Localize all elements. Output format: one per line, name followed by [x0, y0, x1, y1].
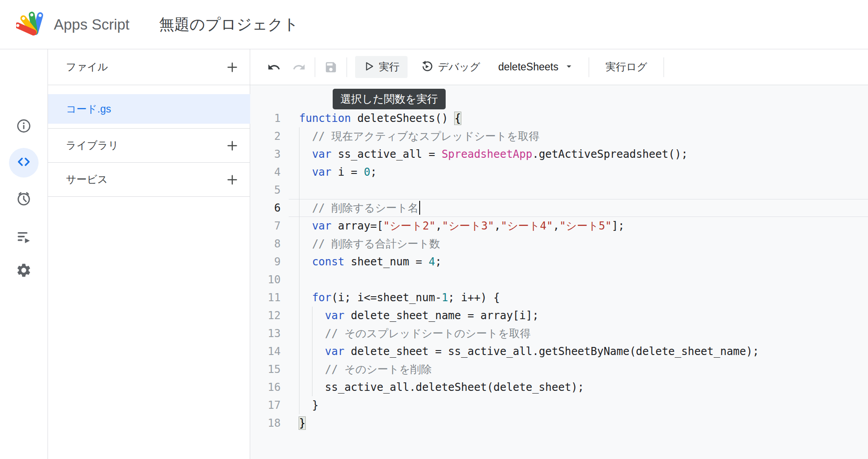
indent-guide	[299, 199, 299, 217]
clock-icon	[16, 191, 32, 208]
code-line[interactable]: 16 ss_active_all.deleteSheet(delete_shee…	[250, 378, 868, 396]
add-library-button[interactable]	[222, 136, 242, 156]
project-title[interactable]: 無題のプロジェクト	[159, 14, 299, 35]
code-line[interactable]: 5	[250, 181, 868, 199]
line-number: 11	[250, 289, 289, 307]
apps-script-logo-icon	[16, 8, 44, 41]
run-label: 実行	[379, 60, 399, 74]
nav-triggers[interactable]	[0, 185, 48, 214]
toolbar-divider	[664, 57, 664, 77]
toolbar-divider	[347, 57, 347, 77]
indent-guide	[312, 360, 312, 378]
indent-guide	[312, 325, 312, 342]
code-line[interactable]: 11 for(i; i<=sheet_num-1; i++) {	[250, 289, 868, 307]
line-number: 12	[250, 307, 289, 325]
run-button-tooltip: 選択した関数を実行	[333, 89, 446, 109]
indent-guide	[299, 307, 299, 325]
nav-overview[interactable]	[0, 112, 48, 142]
play-icon	[363, 61, 375, 74]
gear-icon	[16, 262, 32, 280]
code-line[interactable]: 13 // そのスプレッドシートのシートを取得	[250, 325, 868, 342]
line-number: 9	[250, 253, 289, 271]
line-number: 8	[250, 235, 289, 253]
function-selector-dropdown[interactable]: deleteSheets	[494, 57, 579, 78]
code-line[interactable]: 8 // 削除する合計シート数	[250, 235, 868, 253]
indent-guide	[299, 235, 299, 253]
line-number: 15	[250, 360, 289, 378]
code-line[interactable]: 10	[250, 271, 868, 289]
indent-guide	[299, 396, 299, 414]
redo-button[interactable]	[291, 59, 308, 76]
code-line[interactable]: 4 var i = 0;	[250, 163, 868, 181]
code-line[interactable]: 9 const sheet_num = 4;	[250, 253, 868, 271]
line-number: 5	[250, 181, 289, 199]
indent-guide	[299, 342, 299, 360]
code-line[interactable]: 17 }	[250, 396, 868, 414]
toolbar-divider	[315, 57, 315, 77]
file-name: コード.gs	[48, 102, 111, 116]
code-line[interactable]: 15 // そのシートを削除	[250, 360, 868, 378]
line-number: 13	[250, 325, 289, 342]
services-header-label: サービス	[48, 173, 222, 186]
indent-guide	[299, 325, 299, 342]
line-number: 16	[250, 378, 289, 396]
nav-settings[interactable]	[0, 256, 48, 286]
undo-button[interactable]	[265, 59, 282, 76]
code-icon	[16, 154, 32, 172]
navigation-rail	[0, 49, 48, 459]
add-service-button[interactable]	[222, 170, 242, 190]
indent-guide	[299, 163, 299, 181]
chevron-down-icon	[564, 61, 574, 74]
code-editor[interactable]: 1function deleteSheets() {2 // 現在アクティブなス…	[250, 85, 868, 459]
line-number: 7	[250, 217, 289, 235]
nav-editor[interactable]	[0, 148, 48, 178]
line-number: 2	[250, 127, 289, 145]
add-file-button[interactable]	[222, 57, 242, 77]
editor-toolbar: 実行 デバッグ deleteSheets 実行ログ	[250, 49, 868, 85]
indent-guide	[299, 217, 299, 235]
debug-button[interactable]: デバッグ	[417, 56, 485, 78]
nav-executions[interactable]	[0, 223, 48, 253]
line-number: 10	[250, 271, 289, 289]
code-line[interactable]: 12 var delete_sheet_name = array[i];	[250, 307, 868, 325]
line-number: 14	[250, 342, 289, 360]
code-line[interactable]: 18}	[250, 414, 868, 432]
code-line[interactable]: 7 var array=["シート2","シート3","シート4","シート5"…	[250, 217, 868, 235]
indent-guide	[299, 145, 299, 163]
save-button[interactable]	[322, 59, 339, 76]
line-number: 1	[250, 109, 289, 127]
line-number: 6	[250, 199, 289, 217]
execution-log-button[interactable]: 実行ログ	[599, 56, 653, 78]
executions-icon	[16, 229, 32, 247]
code-line[interactable]: 6 // 削除するシート名	[250, 199, 868, 217]
file-item-code-gs[interactable]: コード.gs	[48, 94, 250, 124]
info-icon	[16, 118, 31, 135]
app-name: Apps Script	[54, 16, 130, 33]
code-line[interactable]: 1function deleteSheets() {	[250, 109, 868, 127]
files-section-header: ファイル	[48, 49, 250, 85]
indent-guide	[299, 360, 299, 378]
line-number: 18	[250, 414, 289, 432]
line-number: 3	[250, 145, 289, 163]
line-number: 17	[250, 396, 289, 414]
indent-guide	[299, 271, 299, 289]
indent-guide	[299, 127, 299, 145]
debug-label: デバッグ	[438, 60, 480, 74]
line-number: 4	[250, 163, 289, 181]
selected-function-name: deleteSheets	[498, 61, 558, 73]
code-line[interactable]: 14 var delete_sheet = ss_active_all.getS…	[250, 342, 868, 360]
indent-guide	[312, 378, 312, 396]
code-line[interactable]: 3 var ss_active_all = SpreadsheetApp.get…	[250, 145, 868, 163]
services-section-header: サービス	[48, 163, 250, 197]
app-header: Apps Script 無題のプロジェクト	[0, 0, 868, 49]
code-line[interactable]: 2 // 現在アクティブなスプレッドシートを取得	[250, 127, 868, 145]
text-cursor	[419, 201, 421, 215]
indent-guide	[299, 289, 299, 307]
active-nav-bubble	[9, 148, 39, 178]
run-button[interactable]: 実行	[355, 56, 408, 78]
indent-guide	[299, 253, 299, 271]
libraries-section-header: ライブラリ	[48, 129, 250, 163]
files-panel: ファイル コード.gs ライブラリ サービス	[48, 49, 250, 459]
indent-guide	[312, 307, 312, 325]
debug-icon	[421, 60, 434, 74]
